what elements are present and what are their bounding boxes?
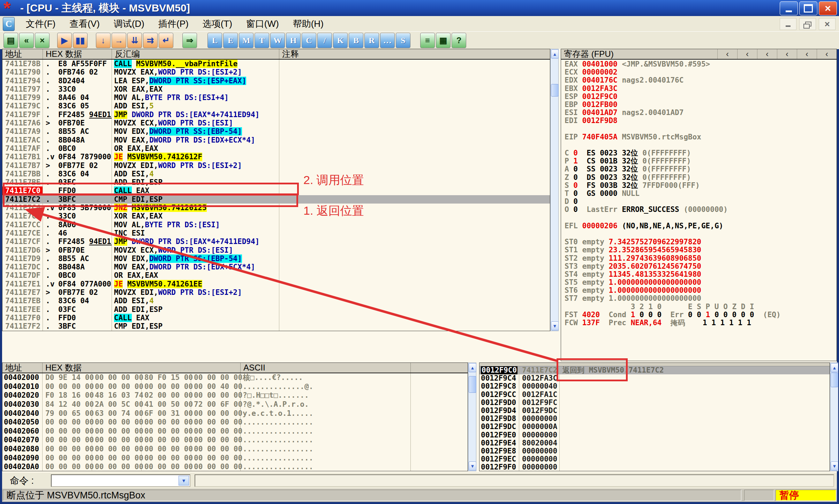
register-line[interactable]: ST7 empty 1.0000000000000000000 [565, 295, 836, 303]
dump-column-ascii[interactable]: ASCII [241, 363, 411, 373]
register-line[interactable] [565, 141, 836, 149]
goto-button[interactable]: ⇒ [182, 33, 197, 48]
chevron-left-icon[interactable]: ‹ [817, 49, 837, 59]
pane-letter-button-T[interactable]: T [255, 33, 269, 48]
menu-item[interactable]: 插件(P) [151, 16, 196, 31]
pane-letter-button-W[interactable]: W [270, 33, 285, 48]
register-line[interactable]: EAX 00401000 <JMP.&MSVBVM50.#595> [565, 60, 836, 68]
command-combobox[interactable]: ▼ [51, 474, 190, 487]
pane-letter-button-E[interactable]: E [223, 33, 238, 48]
disasm-row[interactable]: 7411E7A9.8B55 ACMOV EDX,DWORD PTR SS:[EB… [2, 127, 550, 136]
register-line[interactable]: EBP 0012FB00 [565, 101, 836, 109]
register-line[interactable]: ST3 empty 2035.6020761245674750 [565, 262, 836, 270]
disasm-row[interactable]: 7411E7AF.0BC0OR EAX,EAX [2, 144, 550, 153]
disasm-row[interactable]: 7411E7E1.v0F84 077A0000JE MSVBVM50.74126… [2, 280, 550, 288]
disasm-row[interactable]: 7411E7F0.FFD0CALL EAX [2, 314, 550, 322]
dropdown-arrow-icon[interactable]: ▼ [179, 476, 189, 486]
column-header-disasm[interactable]: 反汇编 [112, 49, 279, 59]
register-line[interactable]: T 0 GS 0000 NULL [565, 190, 836, 198]
stack-row[interactable]: 0012F9C800000040 [479, 382, 830, 390]
register-line[interactable]: FST 4020 Cond 1 0 0 0 Err 0 0 1 0 0 0 0 … [565, 311, 836, 319]
register-line[interactable] [565, 125, 836, 133]
register-line[interactable]: ST5 empty 1.0000000000000000000 [565, 278, 836, 287]
disasm-row[interactable]: 7411E7CA.33C0XOR EAX,EAX [2, 212, 550, 220]
disasm-row[interactable]: 7411E799.8A46 04MOV AL,BYTE PTR DS:[ESI+… [2, 93, 550, 102]
disasm-row[interactable]: 7411E7CE.46INC ESI [2, 229, 550, 237]
register-line[interactable]: A 0 SS 0023 32位 0(FFFFFFFF) [565, 165, 836, 173]
scroll-down-icon[interactable]: ▼ [551, 321, 559, 330]
stack-row[interactable]: 0012F9E000000000 [479, 431, 830, 439]
register-line[interactable]: EBX 0012FA3C [565, 85, 836, 93]
register-line[interactable]: ST6 empty 1.0000000000000000000 [565, 287, 836, 295]
dump-row[interactable]: 0040208000 00 00 0000 00 00 0000 00 00 0… [2, 445, 468, 454]
disassembly-scrollbar[interactable]: ▲ ▼ [550, 49, 559, 331]
dump-column-hex[interactable]: HEX 数据 [43, 363, 241, 373]
disasm-row[interactable]: 7411E7BB.83C6 04ADD ESI,4 [2, 170, 550, 178]
disasm-row[interactable]: 7411E7C4.v0F85 5B790000JNZ MSVBVM50.7412… [2, 204, 550, 212]
register-line[interactable]: ECX 00000002 [565, 68, 836, 76]
disasm-row[interactable]: 7411E7AC.8B048AMOV EAX,DWORD PTR DS:[EDX… [2, 136, 550, 144]
disasm-row[interactable]: 7411E7C2.3BFCCMP EDI,ESP [2, 195, 550, 204]
pane-letter-button-R[interactable]: R [364, 33, 379, 48]
register-line[interactable]: Z 0 DS 0023 32位 0(FFFFFFFF) [565, 174, 836, 182]
register-line[interactable]: C 0 ES 0023 32位 0(FFFFFFFF) [565, 149, 836, 157]
pause-button[interactable]: ▮▮ [73, 33, 88, 48]
pane-letter-button-S[interactable]: S [396, 33, 410, 48]
menu-item[interactable]: 调试(D) [107, 16, 151, 31]
register-line[interactable]: ST0 empty 7.3425752709622997820 [565, 238, 836, 246]
chevron-left-icon[interactable]: ‹ [737, 49, 757, 59]
menu-item[interactable]: 选项(T) [196, 16, 239, 31]
disasm-row[interactable]: 7411E7B1.v0F84 78790000JE MSVBVM50.74126… [2, 153, 550, 161]
dump-row[interactable]: 0040203084 12 40 002A 00 5C 0041 00 50 0… [2, 400, 468, 409]
stack-row[interactable]: 0012F9C07411E7C2返回到 MSVBVM50.7411E7C2 [479, 366, 830, 374]
close-process-button[interactable]: × [35, 33, 50, 48]
open-file-button[interactable]: ▤ [3, 33, 18, 48]
column-header-address[interactable]: 地址 [2, 49, 43, 59]
register-line[interactable]: S 0 FS 003B 32位 7FFDF000(FFF) [565, 182, 836, 190]
disasm-row[interactable]: 7411E7D9.8B55 ACMOV EDX,DWORD PTR SS:[EB… [2, 254, 550, 263]
register-line[interactable]: ESP 0012F9C0 [565, 93, 836, 101]
cpu-window-icon[interactable]: C [3, 17, 15, 31]
dump-row[interactable]: 00402020F0 18 16 0048 16 03 7402 00 00 0… [2, 391, 468, 400]
scrollbar-thumb[interactable] [551, 84, 559, 97]
stack-row[interactable]: 0012F9CC0012FA1C [479, 391, 830, 399]
menu-item[interactable]: 帮助(H) [286, 16, 331, 31]
disasm-row[interactable]: 7411E790.0FB746 02MOVZX EAX,WORD PTR DS:… [2, 68, 550, 76]
pane-letter-button-H[interactable]: H [286, 33, 301, 48]
disasm-row[interactable]: 7411E7C0FFD0CALL EAX [2, 186, 550, 195]
stack-row[interactable]: 0012F9E480020004 [479, 439, 830, 447]
register-line[interactable]: 3 2 1 0 E S P U O Z D I [565, 303, 836, 311]
disasm-row[interactable]: 7411E7EE.03FCADD EDI,ESP [2, 305, 550, 314]
disasm-row[interactable]: 7411E7DF.0BC0OR EAX,EAX [2, 271, 550, 280]
chevron-left-icon[interactable]: ‹ [717, 49, 737, 59]
help-button[interactable]: ? [452, 33, 466, 48]
pane-letter-button-B[interactable]: B [349, 33, 363, 48]
scroll-up-icon[interactable]: ▲ [831, 363, 838, 372]
disasm-row[interactable]: 7411E7D6>0FB70EMOVZX ECX,WORD PTR DS:[ES… [2, 246, 550, 254]
register-line[interactable]: FCW 137F Prec NEAR,64 掩码 1 1 1 1 1 1 [565, 319, 836, 327]
scroll-down-icon[interactable]: ▼ [831, 461, 838, 471]
mdi-restore-button[interactable] [799, 18, 816, 30]
pane-letter-button-C[interactable]: C [302, 33, 316, 48]
restart-button[interactable]: « [19, 33, 34, 48]
animate-over-button[interactable]: ⇉ [143, 33, 158, 48]
dump-row[interactable]: 0040209000 00 00 0000 00 00 0000 00 00 0… [2, 454, 468, 463]
scrollbar-thumb[interactable] [469, 376, 476, 393]
register-line[interactable] [565, 230, 836, 238]
step-over-button[interactable]: → [112, 33, 126, 48]
pane-letter-button-L[interactable]: L [207, 33, 222, 48]
scroll-up-icon[interactable]: ▲ [469, 363, 476, 372]
register-line[interactable]: EFL 00000206 (NO,NB,NE,A,NS,PE,GE,G) [565, 222, 836, 230]
register-line[interactable]: ST2 empty 111.29743639608906850 [565, 254, 836, 262]
chevron-left-icon[interactable]: ‹ [777, 49, 797, 59]
stack-row[interactable]: 0012F9DC0000000A [479, 423, 830, 431]
stack-row[interactable]: 0012F9E800000000 [479, 447, 830, 455]
disasm-row[interactable]: 7411E7A6>0FB70EMOVZX ECX,WORD PTR DS:[ES… [2, 119, 550, 127]
dump-row[interactable]: 0040207000 00 00 0000 00 00 0000 00 00 0… [2, 436, 468, 445]
register-line[interactable]: ST4 empty 11345.481353325641980 [565, 270, 836, 278]
stack-row[interactable]: 0012F9D40012F9DC [479, 407, 830, 415]
dump-row[interactable]: 0040204079 00 65 0063 00 74 006F 00 31 0… [2, 409, 468, 418]
dump-row[interactable]: 00402000D0 9E 14 0000 00 00 0080 F0 15 0… [2, 373, 468, 382]
register-line[interactable]: O 0 LastErr ERROR_SUCCESS (00000000) [565, 206, 836, 214]
mdi-close-button[interactable]: × [819, 18, 836, 30]
